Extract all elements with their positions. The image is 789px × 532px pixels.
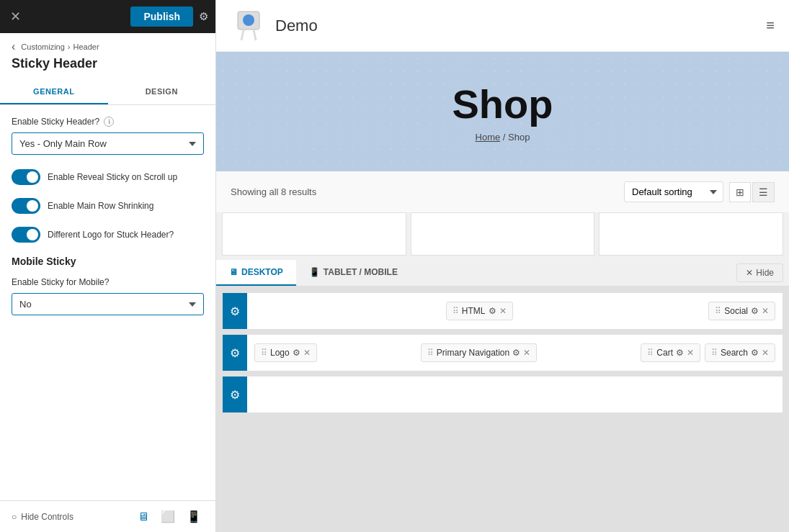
row-3-items — [247, 390, 783, 399]
mobile-sticky-select[interactable]: No Yes — [12, 293, 204, 315]
close-icon-cart[interactable]: ✕ — [687, 348, 694, 358]
svg-line-3 — [254, 30, 256, 40]
tablet-icon: 📱 — [309, 267, 320, 277]
product-card-1 — [222, 212, 406, 256]
site-name: Demo — [275, 17, 318, 35]
item-label-nav: Primary Navigation — [437, 348, 509, 358]
drag-icon-html[interactable]: ⠿ — [453, 306, 459, 316]
hero-breadcrumb-separator: / — [503, 132, 506, 143]
hide-button[interactable]: ✕ Hide — [736, 263, 783, 282]
sticky-header-field-group: Enable Sticky Header? ℹ Yes - Only Main … — [12, 117, 204, 155]
toggle-diff-logo-switch[interactable] — [12, 227, 40, 243]
toggle-track-reveal[interactable] — [12, 169, 40, 185]
hamburger-menu[interactable]: ≡ — [766, 17, 775, 34]
builder-tab-tablet-mobile[interactable]: 📱 TABLET / MOBILE — [296, 260, 411, 286]
toggle-reveal-sticky-label: Enable Reveal Sticky on Scroll up — [48, 172, 177, 182]
panel-footer: ○ Hide Controls 🖥 ⬜ 📱 — [0, 500, 215, 532]
row-item-social: ⠿ Social ⚙ ✕ — [708, 302, 775, 320]
close-icon-nav[interactable]: ✕ — [523, 348, 530, 358]
gear-icon-nav[interactable]: ⚙ — [512, 348, 520, 358]
item-label-search: Search — [721, 348, 748, 358]
close-icon-html[interactable]: ✕ — [499, 306, 507, 316]
gear-icon-social[interactable]: ⚙ — [751, 306, 759, 316]
item-label-social: Social — [724, 306, 748, 316]
mobile-sticky-field-group: Enable Sticky for Mobile? No Yes — [12, 277, 204, 315]
sticky-header-label: Enable Sticky Header? ℹ — [12, 117, 204, 127]
publish-button[interactable]: Publish — [130, 6, 193, 27]
hide-label: Hide — [756, 268, 774, 278]
drag-icon-social[interactable]: ⠿ — [715, 306, 721, 316]
results-count: Showing all 8 results — [231, 186, 316, 197]
info-icon[interactable]: ℹ — [104, 117, 114, 127]
breadcrumb-separator: › — [68, 42, 71, 51]
desktop-icon: 🖥 — [229, 267, 238, 277]
settings-row-icon-3: ⚙ — [230, 388, 240, 402]
back-button[interactable]: ‹ — [12, 40, 15, 53]
mobile-sticky-label: Enable Sticky for Mobile? — [12, 277, 204, 287]
drag-icon-search[interactable]: ⠿ — [711, 348, 718, 358]
builder-rows: ⚙ ⠿ HTML ⚙ ✕ ⠿ Social ⚙ ✕ — [216, 287, 789, 532]
builder-area: 🖥 DESKTOP 📱 TABLET / MOBILE ✕ Hide ⚙ — [216, 260, 789, 532]
sort-select[interactable]: Default sorting Sort by popularity Sort … — [624, 181, 723, 202]
gear-icon-search[interactable]: ⚙ — [751, 348, 759, 358]
breadcrumb-section: Header — [73, 42, 99, 51]
hero-breadcrumb-home[interactable]: Home — [476, 132, 501, 143]
settings-icon[interactable]: ⚙ — [199, 10, 208, 23]
drag-icon-nav[interactable]: ⠿ — [427, 348, 434, 358]
builder-row-1: ⚙ ⠿ HTML ⚙ ✕ ⠿ Social ⚙ ✕ — [222, 292, 783, 330]
tab-general[interactable]: GENERAL — [0, 80, 108, 104]
site-logo-icon — [231, 8, 267, 44]
hide-controls-button[interactable]: ○ Hide Controls — [12, 512, 73, 522]
mobile-view-button[interactable]: 📱 — [184, 508, 204, 525]
left-panel: ✕ Publish ⚙ ‹ Customizing › Header Stick… — [0, 0, 216, 532]
site-header: Demo ≡ — [216, 0, 789, 52]
close-button[interactable]: ✕ — [7, 7, 24, 26]
row-item-html: ⠿ HTML ⚙ ✕ — [446, 302, 513, 320]
gear-icon-logo[interactable]: ⚙ — [293, 348, 300, 358]
grid-view-button[interactable]: ⊞ — [729, 182, 751, 202]
item-label-cart: Cart — [656, 348, 673, 358]
drag-icon-cart[interactable]: ⠿ — [647, 348, 654, 358]
eye-icon: ○ — [12, 512, 17, 522]
toggle-track-logo[interactable] — [12, 227, 40, 243]
toggle-main-shrinking-switch[interactable] — [12, 198, 40, 214]
page-title-area: Sticky Header — [0, 53, 215, 71]
tablet-view-button[interactable]: ⬜ — [158, 508, 178, 525]
tab-design[interactable]: DESIGN — [108, 80, 216, 104]
settings-row-icon-2: ⚙ — [230, 346, 240, 360]
row-handle-2[interactable]: ⚙ — [223, 335, 247, 371]
row-1-items: ⠿ HTML ⚙ ✕ ⠿ Social ⚙ ✕ — [247, 297, 783, 325]
sort-area: Default sorting Sort by popularity Sort … — [624, 181, 775, 202]
hero-breadcrumb-current: Shop — [508, 132, 530, 143]
right-panel: Demo ≡ Shop Home / Shop Showing all 8 re… — [216, 0, 789, 532]
list-view-button[interactable]: ☰ — [752, 182, 775, 202]
builder-tab-desktop[interactable]: 🖥 DESKTOP — [216, 260, 296, 286]
close-icon-search[interactable]: ✕ — [762, 348, 769, 358]
gear-icon-html[interactable]: ⚙ — [489, 306, 496, 316]
hide-icon: ✕ — [746, 268, 753, 278]
hide-controls-label: Hide Controls — [21, 512, 73, 522]
svg-point-1 — [243, 14, 254, 26]
mobile-sticky-heading: Mobile Sticky — [12, 256, 204, 267]
settings-row-icon-1: ⚙ — [230, 305, 240, 318]
gear-icon-cart[interactable]: ⚙ — [676, 348, 684, 358]
row-handle-3[interactable]: ⚙ — [223, 377, 247, 412]
toggle-reveal-sticky: Enable Reveal Sticky on Scroll up — [12, 169, 204, 185]
row-item-logo: ⠿ Logo ⚙ ✕ — [254, 343, 317, 362]
row-2-items: ⠿ Logo ⚙ ✕ ⠿ Primary Navigation ⚙ ✕ ⠿ — [247, 339, 783, 366]
row-item-search: ⠿ Search ⚙ ✕ — [705, 343, 775, 362]
top-bar: ✕ Publish ⚙ — [0, 0, 215, 33]
close-icon-social[interactable]: ✕ — [762, 306, 769, 316]
close-icon-logo[interactable]: ✕ — [303, 348, 311, 358]
breadcrumb-customizing: Customizing — [21, 42, 65, 51]
row-handle-1[interactable]: ⚙ — [223, 293, 247, 329]
drag-icon-logo[interactable]: ⠿ — [261, 348, 267, 358]
tablet-tab-label: TABLET / MOBILE — [324, 267, 398, 277]
product-row — [216, 212, 789, 260]
desktop-view-button[interactable]: 🖥 — [135, 508, 152, 525]
toggle-diff-logo: Different Logo for Stuck Header? — [12, 227, 204, 243]
row-item-primary-nav: ⠿ Primary Navigation ⚙ ✕ — [421, 343, 537, 362]
sticky-header-select[interactable]: Yes - Only Main Row Yes - All Rows No — [12, 132, 204, 155]
toggle-reveal-sticky-switch[interactable] — [12, 169, 40, 185]
toggle-track-shrinking[interactable] — [12, 198, 40, 214]
